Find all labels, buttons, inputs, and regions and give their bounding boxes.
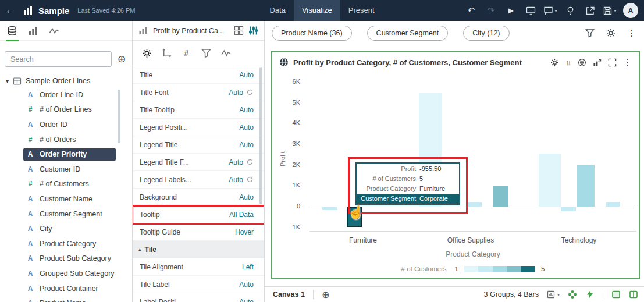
prop-row[interactable]: Tile LabelAuto	[133, 276, 264, 293]
prop-row[interactable]: Tile AlignmentLeft	[133, 258, 264, 276]
prop-value[interactable]: Auto	[239, 280, 254, 289]
prop-value[interactable]: Auto	[239, 123, 254, 132]
prop-row[interactable]: Legend Positi...Auto	[133, 119, 264, 136]
comments-caret-icon[interactable]: ▾	[554, 8, 557, 13]
prop-row[interactable]: TooltipAll Data	[133, 206, 264, 223]
reset-circle-icon[interactable]	[246, 88, 254, 96]
bar-office-supplies[interactable]	[493, 186, 508, 207]
prop-value[interactable]: Auto	[239, 193, 254, 201]
viz-kebab-icon[interactable]: ⋮	[623, 57, 632, 67]
field-item[interactable]: ## of Order Lines	[0, 102, 132, 118]
tab-visualizations[interactable]	[28, 26, 38, 36]
topbar-tab-present[interactable]: Present	[340, 0, 383, 21]
field-item[interactable]: AOrder Priority	[0, 147, 132, 162]
filter-bar-kebab-icon[interactable]: ⋮	[627, 28, 636, 38]
tab-general-gear-icon[interactable]	[142, 48, 152, 58]
prop-value[interactable]: Auto	[239, 106, 254, 114]
add-data-icon[interactable]: ⊕	[118, 54, 126, 64]
reset-circle-icon[interactable]	[246, 176, 254, 183]
field-item[interactable]: AProduct Name	[0, 296, 132, 302]
field-item[interactable]: ## of Orders	[0, 132, 132, 147]
canvas-tab[interactable]: Canvas 1	[273, 290, 305, 299]
bar-technology[interactable]	[606, 202, 620, 207]
target-icon[interactable]	[578, 58, 586, 67]
prop-row[interactable]: Title TooltipAuto	[133, 101, 264, 119]
data-settings-gear-icon[interactable]	[606, 29, 615, 38]
filter-pill[interactable]: Product Name (36)	[272, 26, 352, 41]
tab-data-elements[interactable]	[7, 26, 17, 36]
dataset-root[interactable]: ▾ Sample Order Lines	[0, 74, 132, 87]
field-item[interactable]: AProduct Sub Category	[0, 251, 132, 267]
properties-sliders-icon[interactable]	[248, 26, 258, 35]
layout-single-icon[interactable]	[611, 290, 621, 299]
insights-globe-icon[interactable]	[279, 58, 289, 67]
prop-value[interactable]: Auto	[239, 71, 254, 79]
field-item[interactable]: ACity	[0, 221, 132, 236]
grammar-grid-icon[interactable]	[234, 26, 244, 35]
canvas-view-selector-icon[interactable]: ▾	[547, 290, 560, 299]
prop-row[interactable]: BackgroundAuto	[133, 189, 264, 206]
prop-section-tile[interactable]: ▴Tile	[133, 241, 264, 258]
prop-value[interactable]: Auto	[239, 141, 254, 149]
prop-value[interactable]: Left	[242, 263, 254, 271]
filter-funnel-icon[interactable]	[585, 29, 595, 38]
field-item[interactable]: ACustomer Name	[0, 191, 132, 207]
user-avatar[interactable]: A	[623, 3, 638, 18]
tab-analytics-pulse-icon[interactable]	[221, 48, 231, 58]
prop-value[interactable]: Auto	[239, 298, 254, 302]
tab-analytics[interactable]	[49, 26, 59, 36]
search-input[interactable]	[5, 51, 112, 67]
back-icon[interactable]: ←	[0, 5, 20, 16]
filter-pill[interactable]: Customer Segment	[367, 26, 449, 41]
preview-play-icon[interactable]: ▶	[501, 6, 521, 15]
field-item[interactable]: ACustomer Segment	[0, 207, 132, 222]
field-item[interactable]: AProduct Container	[0, 281, 132, 296]
tab-values-hash-icon[interactable]: #	[182, 48, 191, 58]
insights-bulb-icon[interactable]	[560, 6, 580, 16]
bar-furniture[interactable]	[322, 207, 337, 210]
tree-collapse-icon[interactable]: ▾	[6, 78, 9, 84]
prop-row[interactable]: Legend Title F...Auto	[133, 154, 264, 171]
save-icon[interactable]: ▾	[600, 6, 620, 16]
prop-value[interactable]: Auto	[229, 88, 243, 97]
present-screen-icon[interactable]	[521, 6, 540, 16]
undo-icon[interactable]: ↶	[461, 5, 481, 16]
prop-row[interactable]: TitleAuto	[133, 66, 264, 84]
save-caret-icon[interactable]: ▾	[614, 8, 616, 13]
viz-color-gear-icon[interactable]	[550, 58, 559, 67]
prop-row[interactable]: Legend TitleAuto	[133, 136, 264, 154]
field-item[interactable]: ACustomer ID	[0, 162, 132, 177]
prop-row[interactable]: Title FontAuto	[133, 84, 264, 101]
auto-insights-icon[interactable]	[568, 290, 577, 299]
field-item[interactable]: ## of Customers	[0, 177, 132, 192]
reset-circle-icon[interactable]	[246, 158, 254, 166]
sort-icon[interactable]: ↑↓	[565, 58, 571, 67]
view-selector-caret-icon[interactable]: ▾	[557, 292, 560, 297]
topbar-tab-visualize[interactable]: Visualize	[294, 0, 340, 21]
tab-axis-icon[interactable]	[162, 48, 172, 58]
comments-icon[interactable]: ▾	[540, 6, 560, 16]
filter-pill[interactable]: City (12)	[463, 26, 509, 41]
properties-scrollbar[interactable]	[259, 67, 262, 204]
fullscreen-icon[interactable]	[608, 58, 617, 67]
topbar-tab-data[interactable]: Data	[261, 0, 293, 21]
prop-value[interactable]: All Data	[229, 211, 254, 219]
field-item[interactable]: AOrder Line ID	[0, 87, 132, 102]
tab-filters-funnel-icon[interactable]	[201, 48, 211, 58]
field-item[interactable]: AGrouped Sub Category	[0, 266, 132, 281]
quick-insights-bolt-icon[interactable]	[585, 290, 595, 299]
field-item[interactable]: AProduct Category	[0, 236, 132, 251]
section-collapse-icon[interactable]: ▴	[138, 247, 141, 253]
bar-technology[interactable]	[577, 165, 595, 207]
bar-technology[interactable]	[539, 154, 561, 207]
open-in-new-icon[interactable]	[580, 6, 600, 16]
visualization-panel[interactable]: Profit by Product Category, # of Custome…	[271, 51, 640, 279]
field-item[interactable]: AOrder ID	[0, 117, 132, 132]
sidebar-scrollbar[interactable]	[118, 90, 120, 143]
add-canvas-icon[interactable]: ⊕	[322, 289, 329, 300]
chart-zoom-icon[interactable]	[593, 58, 602, 67]
prop-value[interactable]: Hover	[235, 228, 254, 236]
prop-row[interactable]: Label Positi...Auto	[133, 293, 264, 302]
legend-gradient-bar[interactable]	[464, 266, 535, 272]
prop-value[interactable]: Auto	[229, 158, 243, 166]
